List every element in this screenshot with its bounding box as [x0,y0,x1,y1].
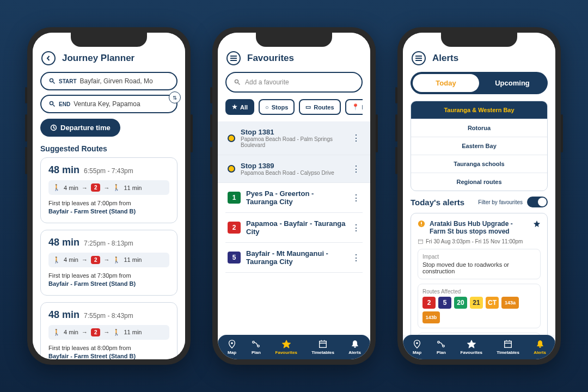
alerts-icon [535,339,545,349]
route-note: First trip leaves at 8:00pm fromBayfair … [48,344,169,359]
tab-upcoming[interactable]: Upcoming [479,74,546,92]
menu-icon [415,56,422,61]
route-badge: 20 [454,297,467,309]
more-icon[interactable]: ⋮ [352,164,360,174]
start-input[interactable]: START Bayfair, Girven Road, Mo [40,72,177,90]
svg-rect-9 [418,240,422,244]
nav-plan[interactable]: Plan [436,339,446,355]
favourite-item[interactable]: 2Papamoa - Bayfair - Tauranga City⋮ [225,213,363,243]
plan-icon [251,339,261,349]
add-favourite-input[interactable]: Add a favourite [225,72,363,93]
fav-title: Pyes Pa - Greerton - Tauranga City [246,189,346,206]
region-row[interactable]: Tauranga schools [411,155,547,173]
route-path: 🚶4 min→ 2→ 🚶11 min [48,325,169,340]
fav-subtitle: Papamoa Beach Road - Palm Springs Boulev… [241,136,346,148]
end-label: END [59,101,70,107]
more-icon[interactable]: ⋮ [352,193,360,203]
bottom-nav: MapPlanFavouritesTimetablesAlerts [218,335,370,359]
impact-label: Impact [422,254,536,260]
nav-alerts[interactable]: Alerts [348,339,361,355]
favourite-item[interactable]: 1Pyes Pa - Greerton - Tauranga City⋮ [225,183,363,213]
route-badge: 5 [438,297,451,309]
favourite-item[interactable]: Stop 1389Papamoa Beach Road - Calypso Dr… [218,155,370,183]
nav-timetables[interactable]: Timetables [311,339,334,355]
search-icon [49,78,56,84]
clock-icon [50,124,57,131]
route-card[interactable]: 48 min7:55pm - 8:43pm 🚶4 min→ 2→ 🚶11 min… [40,302,177,359]
fav-subtitle: Papamoa Beach Road - Calypso Drive [241,170,346,176]
calendar-icon [418,238,424,244]
favourites-icon [281,339,291,349]
search-icon [234,79,241,85]
plan-icon [436,339,446,349]
phone-journey: Journey Planner START Bayfair, Girven Ro… [27,27,191,365]
map-icon [227,339,237,349]
page-title: Journey Planner [62,53,134,64]
favourite-item[interactable]: Stop 1381Papamoa Beach Road - Palm Sprin… [218,121,370,155]
fav-title: Papamoa - Bayfair - Tauranga City [246,219,346,236]
filter-icon: ○ [265,104,269,111]
nav-favourites[interactable]: Favourites [275,339,297,355]
nav-plan[interactable]: Plan [251,339,261,355]
chevron-left-icon [46,56,51,61]
menu-icon [230,56,237,61]
svg-point-10 [416,342,418,344]
route-badge: 2 [422,297,436,309]
more-icon[interactable]: ⋮ [352,253,360,263]
region-row[interactable]: Regional routes [411,173,547,191]
more-icon[interactable]: ⋮ [352,223,360,233]
route-times: 7:55pm - 8:43pm [84,312,133,320]
menu-button[interactable] [412,51,426,65]
end-input[interactable]: END Ventura Key, Papamoa [40,95,177,113]
route-note: First trip leaves at 7:30pm fromBayfair … [48,272,169,289]
route-badge: CT [486,297,499,309]
filter-chip-loc[interactable]: 📍Loc [345,99,363,115]
route-duration: 48 min [48,309,79,321]
svg-rect-7 [320,341,327,348]
svg-point-11 [438,341,440,344]
route-badge: 2 [91,256,101,264]
route-badge: 2 [91,183,101,192]
filter-favourites-toggle[interactable] [527,197,548,207]
tab-today[interactable]: Today [413,74,479,92]
nav-map[interactable]: Map [227,339,237,355]
region-row[interactable]: Tauranga & Western Bay [411,101,547,119]
walk-icon: 🚶 [53,329,60,336]
alert-card[interactable]: Arataki Bus Hub Upgrade - Farm St bus st… [411,213,548,335]
filter-chip-stops[interactable]: ○Stops [259,99,295,115]
svg-point-3 [235,80,238,83]
route-duration: 48 min [48,164,79,176]
swap-button[interactable]: ⇅ [169,91,181,103]
departure-time-button[interactable]: Departure time [40,119,120,137]
filter-chip-routes[interactable]: ▭Routes [299,99,340,115]
menu-button[interactable] [226,51,241,65]
route-card[interactable]: 48 min6:55pm - 7:43pm 🚶4 min→ 2→ 🚶11 min… [40,157,177,223]
svg-point-1 [50,102,53,105]
route-card[interactable]: 48 min7:25pm - 8:13pm 🚶4 min→ 2→ 🚶11 min… [40,230,177,296]
stop-icon [228,134,235,142]
alerts-tabs: Today Upcoming [411,72,548,94]
page-title: Favourites [247,53,294,64]
back-button[interactable] [41,51,56,65]
route-times: 7:25pm - 8:13pm [84,240,133,247]
route-path: 🚶4 min→ 2→ 🚶11 min [48,180,169,195]
warning-icon [418,220,425,228]
alerts-icon [350,339,360,349]
route-badge: 2 [228,222,241,234]
route-badge: 2 [91,328,101,336]
region-row[interactable]: Rotorua [411,119,547,137]
more-icon[interactable]: ⋮ [352,133,360,143]
nav-timetables[interactable]: Timetables [497,339,519,355]
end-value: Ventura Key, Papamoa [74,100,140,108]
filter-icon: ▭ [305,103,311,111]
filter-chip-all[interactable]: ★All [225,99,254,115]
star-icon[interactable] [533,220,541,228]
region-row[interactable]: Eastern Bay [411,137,547,155]
nav-map[interactable]: Map [412,339,422,355]
favourite-item[interactable]: 5Bayfair - Mt Maunganui - Tauranga City⋮ [225,243,363,273]
alert-date: Fri 30 Aug 3:03pm - Fri 15 Nov 11:00pm [426,238,523,244]
fav-title: Bayfair - Mt Maunganui - Tauranga City [246,249,346,266]
nav-favourites[interactable]: Favourites [461,339,482,355]
alert-title: Arataki Bus Hub Upgrade - Farm St bus st… [430,220,529,235]
nav-alerts[interactable]: Alerts [534,339,546,355]
